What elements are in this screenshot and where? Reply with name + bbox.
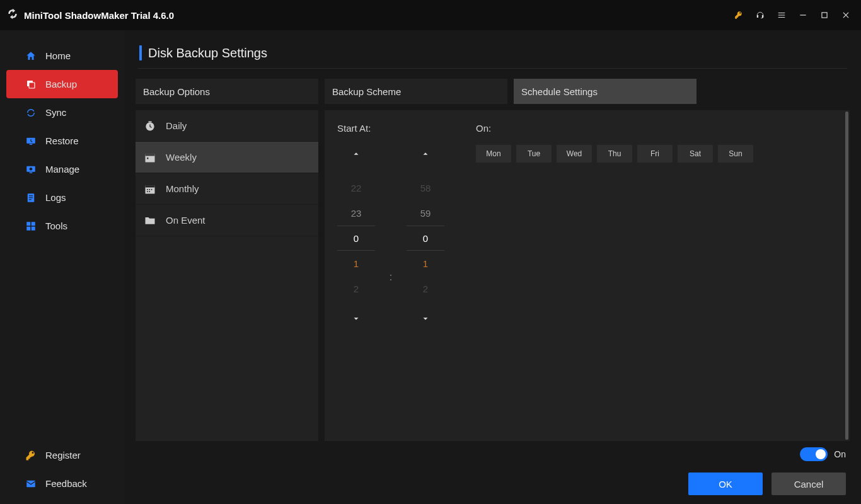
ok-button[interactable]: OK <box>688 472 763 495</box>
hour-up-button[interactable] <box>352 145 361 163</box>
schedule-mode-label: On Event <box>166 215 205 226</box>
svg-rect-19 <box>26 480 35 487</box>
svg-rect-17 <box>26 226 30 230</box>
sidebar-item-restore[interactable]: Restore <box>6 127 118 155</box>
sidebar-item-label: Backup <box>45 79 77 89</box>
svg-rect-18 <box>32 226 35 230</box>
menu-icon[interactable] <box>773 6 790 24</box>
minute-value: 2 <box>407 276 444 301</box>
clock-icon <box>143 119 157 133</box>
svg-rect-27 <box>149 189 150 190</box>
titlebar: MiniTool ShadowMaker Trial 4.6.0 <box>0 0 861 30</box>
tab-label: Backup Scheme <box>332 86 401 97</box>
minute-wheel[interactable]: 58 59 0 1 2 <box>407 145 444 328</box>
svg-rect-25 <box>146 185 155 187</box>
svg-rect-10 <box>30 172 33 173</box>
home-icon <box>25 50 37 62</box>
support-icon[interactable] <box>751 6 769 24</box>
backup-icon <box>25 79 37 90</box>
minute-value: 59 <box>407 200 444 226</box>
start-at-label: Start At: <box>337 123 444 134</box>
hour-wheel[interactable]: 22 23 0 1 2 <box>337 145 375 328</box>
toggle-label: On <box>834 449 846 459</box>
scrollbar[interactable] <box>845 112 848 440</box>
day-thu[interactable]: Thu <box>597 145 632 163</box>
svg-rect-7 <box>30 144 33 145</box>
calendar-week-icon <box>143 151 157 164</box>
day-fri[interactable]: Fri <box>637 145 673 163</box>
day-sat[interactable]: Sat <box>678 145 713 163</box>
register-key-icon <box>25 450 37 461</box>
close-icon[interactable] <box>837 6 855 24</box>
minute-down-button[interactable] <box>421 310 430 328</box>
schedule-mode-label: Weekly <box>166 152 197 163</box>
feedback-icon <box>25 478 37 490</box>
hour-value: 2 <box>337 276 375 301</box>
svg-point-9 <box>30 168 33 171</box>
maximize-icon[interactable] <box>816 6 833 24</box>
svg-rect-14 <box>29 199 32 200</box>
folder-icon <box>143 214 157 227</box>
hour-down-button[interactable] <box>352 310 361 328</box>
minute-value: 1 <box>407 251 444 276</box>
sidebar-item-label: Logs <box>45 192 66 203</box>
schedule-mode-onevent[interactable]: On Event <box>136 205 318 236</box>
cancel-button[interactable]: Cancel <box>771 472 846 495</box>
schedule-mode-daily[interactable]: Daily <box>136 110 318 142</box>
sidebar-item-feedback[interactable]: Feedback <box>6 469 118 498</box>
svg-rect-22 <box>146 154 155 156</box>
hour-value: 23 <box>337 200 375 226</box>
svg-rect-3 <box>822 13 827 18</box>
sidebar-item-logs[interactable]: Logs <box>6 183 118 212</box>
tab-label: Backup Options <box>143 86 210 97</box>
sidebar-item-label: Home <box>45 50 71 61</box>
tab-backup-options[interactable]: Backup Options <box>136 79 318 104</box>
day-sun[interactable]: Sun <box>718 145 753 163</box>
restore-icon <box>25 135 37 147</box>
svg-rect-12 <box>29 195 33 196</box>
sidebar-item-manage[interactable]: Manage <box>6 155 118 183</box>
sidebar-item-label: Register <box>45 450 81 461</box>
page-title: Disk Backup Settings <box>148 46 267 60</box>
divider <box>138 68 847 69</box>
tab-schedule-settings[interactable]: Schedule Settings <box>514 79 696 104</box>
tab-backup-scheme[interactable]: Backup Scheme <box>325 79 507 104</box>
tab-label: Schedule Settings <box>521 86 598 97</box>
sidebar-item-label: Sync <box>45 107 66 118</box>
minute-up-button[interactable] <box>421 145 430 163</box>
sidebar-item-label: Tools <box>45 220 67 231</box>
minimize-icon[interactable] <box>794 6 812 24</box>
svg-rect-13 <box>29 197 33 198</box>
app-title: MiniTool ShadowMaker Trial 4.6.0 <box>24 10 174 21</box>
sidebar-item-register[interactable]: Register <box>6 441 118 469</box>
upgrade-key-icon[interactable] <box>730 6 748 24</box>
sync-icon <box>25 107 37 118</box>
sidebar: Home Backup Sync Restore Manage Logs <box>0 30 124 504</box>
time-picker[interactable]: 22 23 0 1 2 : 58 <box>337 145 444 328</box>
sidebar-item-label: Restore <box>45 135 79 146</box>
hour-value: 1 <box>337 251 375 276</box>
calendar-month-icon <box>143 182 157 196</box>
on-label: On: <box>476 123 753 134</box>
schedule-mode-monthly[interactable]: Monthly <box>136 173 318 205</box>
hour-value: 22 <box>337 175 375 200</box>
day-tue[interactable]: Tue <box>516 145 552 163</box>
sidebar-item-tools[interactable]: Tools <box>6 212 118 240</box>
sidebar-item-backup[interactable]: Backup <box>6 70 118 98</box>
sidebar-item-label: Feedback <box>45 478 87 489</box>
day-mon[interactable]: Mon <box>476 145 511 163</box>
page-title-accent <box>139 45 142 60</box>
svg-rect-15 <box>26 222 30 226</box>
schedule-mode-label: Monthly <box>166 183 199 194</box>
svg-rect-5 <box>29 83 35 88</box>
time-colon: : <box>388 190 394 283</box>
hour-selected[interactable]: 0 <box>337 226 375 251</box>
sidebar-item-sync[interactable]: Sync <box>6 98 118 127</box>
schedule-mode-weekly[interactable]: Weekly <box>136 142 318 173</box>
svg-rect-30 <box>149 191 150 192</box>
minute-selected[interactable]: 0 <box>407 226 444 251</box>
day-wed[interactable]: Wed <box>557 145 592 163</box>
sidebar-item-home[interactable]: Home <box>6 42 118 70</box>
schedule-toggle[interactable] <box>800 447 828 461</box>
day-selector: Mon Tue Wed Thu Fri Sat Sun <box>476 145 753 163</box>
